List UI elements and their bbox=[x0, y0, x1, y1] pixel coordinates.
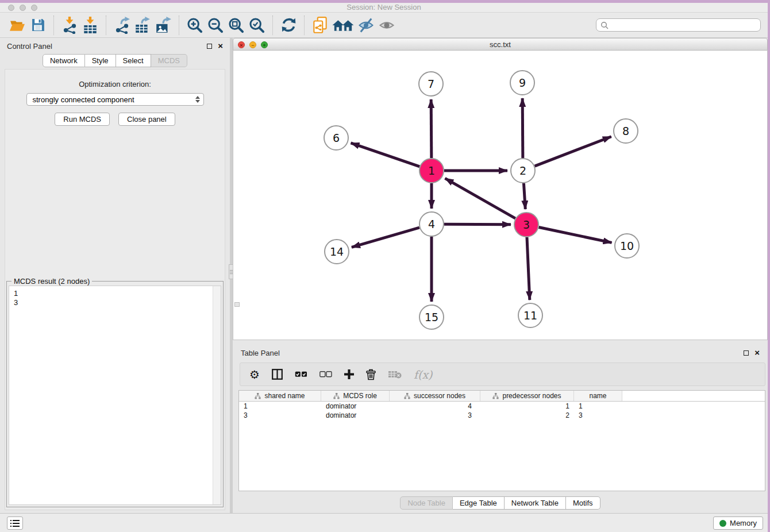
svg-text:8: 8 bbox=[622, 125, 629, 137]
column-header-mcds-role[interactable]: MCDS role bbox=[321, 391, 390, 401]
graph-node-14[interactable]: 14 bbox=[325, 240, 349, 264]
graph-node-7[interactable]: 7 bbox=[419, 72, 443, 96]
window-zoom-dot[interactable] bbox=[31, 5, 37, 11]
close-table-panel-icon[interactable]: × bbox=[754, 350, 760, 356]
network-window-titlebar[interactable]: × − + scc.txt bbox=[233, 38, 768, 51]
first-neighbors-icon[interactable] bbox=[330, 16, 356, 35]
tree-icon bbox=[255, 393, 261, 399]
tab-network[interactable]: Network bbox=[43, 54, 85, 67]
graph-node-6[interactable]: 6 bbox=[324, 126, 348, 150]
graph-node-1[interactable]: 1 bbox=[419, 159, 444, 183]
graph-edge-4-3[interactable] bbox=[444, 224, 511, 225]
toolbar-separator bbox=[179, 16, 179, 35]
float-table-panel-icon[interactable] bbox=[744, 350, 749, 356]
graph-edge-1-6[interactable] bbox=[351, 143, 420, 167]
zoom-in-icon[interactable] bbox=[184, 16, 205, 35]
tab-network-table[interactable]: Network Table bbox=[505, 496, 566, 510]
zoom-fit-icon[interactable] bbox=[226, 16, 247, 35]
graph-edge-2-3[interactable] bbox=[523, 183, 525, 209]
column-header-name[interactable]: name bbox=[574, 391, 622, 401]
table-settings-gear-icon[interactable]: ⚙ bbox=[249, 368, 260, 381]
mcds-result-list[interactable]: 1 3 bbox=[9, 286, 221, 505]
toolbar-separator bbox=[106, 16, 106, 35]
import-table-icon[interactable] bbox=[80, 16, 101, 35]
select-stepper-icon bbox=[195, 96, 200, 103]
import-network-icon[interactable] bbox=[59, 16, 80, 35]
window-minimize-dot[interactable] bbox=[20, 5, 26, 11]
unselect-all-columns-icon[interactable] bbox=[319, 368, 332, 381]
graph-edge-3-1[interactable] bbox=[445, 178, 515, 218]
graph-edge-1-7[interactable] bbox=[431, 99, 432, 158]
result-line: 1 bbox=[14, 289, 221, 298]
show-columns-icon[interactable] bbox=[272, 368, 283, 381]
search-input[interactable] bbox=[611, 21, 756, 29]
graph-node-4[interactable]: 4 bbox=[419, 212, 444, 236]
task-history-button[interactable] bbox=[7, 516, 23, 530]
net-minimize-icon[interactable]: − bbox=[249, 41, 256, 48]
clone-network-icon[interactable] bbox=[310, 16, 330, 35]
export-image-icon[interactable] bbox=[153, 16, 174, 35]
tab-mcds[interactable]: MCDS bbox=[151, 54, 187, 67]
zoom-out-icon[interactable] bbox=[205, 16, 226, 35]
criterion-select[interactable]: strongly connected component bbox=[26, 93, 204, 106]
svg-text:3: 3 bbox=[523, 218, 530, 231]
tab-select[interactable]: Select bbox=[116, 54, 151, 67]
column-header-predecessor-nodes[interactable]: predecessor nodes bbox=[480, 391, 574, 401]
delete-table-icon[interactable] bbox=[388, 368, 402, 381]
table-row[interactable]: 3 dominator 3 2 3 bbox=[239, 411, 765, 420]
graph-node-8[interactable]: 8 bbox=[614, 119, 638, 143]
graph-edge-3-11[interactable] bbox=[527, 237, 530, 300]
result-scrollbar[interactable] bbox=[213, 286, 221, 504]
memory-button[interactable]: Memory bbox=[713, 516, 763, 530]
column-header-successor-nodes[interactable]: successor nodes bbox=[390, 391, 480, 401]
graph-node-9[interactable]: 9 bbox=[510, 71, 534, 95]
show-all-eye-icon[interactable] bbox=[376, 16, 397, 35]
run-mcds-button[interactable]: Run MCDS bbox=[55, 113, 110, 126]
create-column-plus-icon[interactable] bbox=[344, 368, 354, 381]
select-all-columns-icon[interactable] bbox=[295, 368, 307, 381]
tab-style[interactable]: Style bbox=[85, 54, 116, 67]
window-close-dot[interactable] bbox=[8, 5, 14, 11]
session-title: Session: New Session bbox=[0, 3, 768, 12]
net-maximize-icon[interactable]: + bbox=[261, 41, 268, 48]
graph-edge-4-14[interactable] bbox=[352, 228, 419, 247]
zoom-selected-icon[interactable] bbox=[247, 16, 267, 35]
graph-node-11[interactable]: 11 bbox=[518, 303, 542, 327]
delete-columns-trash-icon[interactable] bbox=[366, 368, 376, 381]
tab-node-table[interactable]: Node Table bbox=[400, 496, 453, 510]
graph-node-10[interactable]: 10 bbox=[615, 234, 639, 258]
table-toolbar: ⚙ f(x) bbox=[240, 363, 765, 386]
column-header-shared-name[interactable]: shared name bbox=[239, 391, 321, 401]
net-close-icon[interactable]: × bbox=[238, 41, 245, 48]
list-icon bbox=[10, 519, 20, 527]
graph-edge-2-8[interactable] bbox=[535, 137, 611, 166]
function-builder-icon[interactable]: f(x) bbox=[414, 368, 433, 381]
export-table-icon[interactable] bbox=[132, 16, 153, 35]
graph-node-2[interactable]: 2 bbox=[511, 159, 535, 183]
horizontal-splitter-handle[interactable] bbox=[234, 302, 240, 307]
hide-selected-eye-icon[interactable] bbox=[356, 16, 376, 35]
svg-text:2: 2 bbox=[519, 164, 526, 177]
network-canvas[interactable]: 7968124314101511 bbox=[233, 51, 768, 340]
graph-edge-3-10[interactable] bbox=[539, 228, 612, 243]
mcds-panel-body: Optimization criterion: strongly connect… bbox=[5, 69, 225, 510]
table-row[interactable]: 1 dominator 4 1 1 bbox=[239, 402, 765, 411]
graph-node-3[interactable]: 3 bbox=[514, 213, 538, 237]
close-panel-icon[interactable]: × bbox=[218, 43, 223, 49]
main-toolbar bbox=[0, 13, 768, 38]
tab-motifs[interactable]: Motifs bbox=[566, 496, 600, 510]
svg-text:9: 9 bbox=[519, 76, 526, 89]
save-icon[interactable] bbox=[28, 16, 48, 35]
float-panel-icon[interactable] bbox=[207, 44, 212, 49]
result-line: 3 bbox=[14, 298, 221, 307]
toolbar-separator bbox=[304, 16, 305, 35]
export-network-icon[interactable] bbox=[111, 16, 132, 35]
graph-edge-2-9[interactable] bbox=[522, 98, 523, 158]
close-panel-button[interactable]: Close panel bbox=[118, 113, 175, 126]
open-folder-icon[interactable] bbox=[7, 16, 28, 35]
svg-text:10: 10 bbox=[620, 240, 634, 252]
graph-node-15[interactable]: 15 bbox=[419, 305, 444, 329]
control-panel-title: Control Panel bbox=[7, 42, 52, 51]
tab-edge-table[interactable]: Edge Table bbox=[453, 496, 505, 510]
refresh-icon[interactable] bbox=[278, 16, 299, 35]
